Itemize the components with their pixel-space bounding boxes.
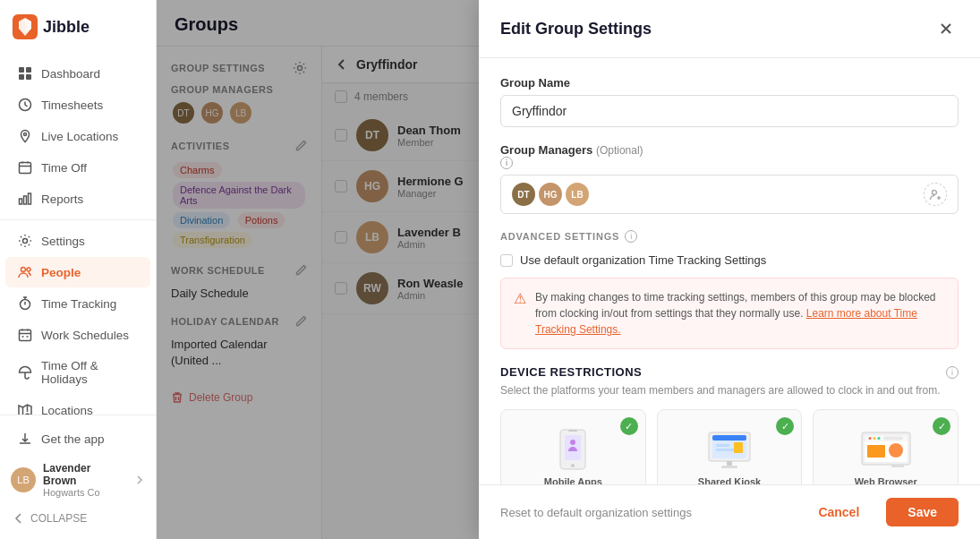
svg-rect-10 xyxy=(29,193,31,204)
managers-input-box[interactable]: DT HG LB xyxy=(500,175,959,214)
sidebar-item-label: Locations xyxy=(41,404,93,415)
svg-rect-3 xyxy=(19,74,24,80)
svg-rect-29 xyxy=(734,442,743,453)
users-icon xyxy=(18,265,32,279)
svg-rect-31 xyxy=(721,466,737,468)
sidebar-bottom: Get the app LB Lavender Brown Hogwarts C… xyxy=(0,415,156,539)
user-avatar: LB xyxy=(11,467,36,492)
svg-point-35 xyxy=(868,437,871,440)
svg-point-23 xyxy=(570,440,575,445)
device-restrictions-header: DEVICE RESTRICTIONS i xyxy=(500,365,959,379)
device-restrictions-section: DEVICE RESTRICTIONS i Select the platfor… xyxy=(500,365,959,484)
device-card-web[interactable]: ✓ xyxy=(813,409,959,484)
calendar-icon xyxy=(18,160,32,175)
app-logo[interactable]: Jibble xyxy=(0,0,156,54)
group-name-form-group: Group Name xyxy=(500,76,959,127)
sidebar-item-settings[interactable]: Settings xyxy=(5,226,150,256)
sidebar-user[interactable]: LB Lavender Brown Hogwarts Co xyxy=(0,455,156,505)
sidebar-item-locations[interactable]: Locations xyxy=(5,395,150,415)
sidebar-item-people[interactable]: People xyxy=(5,257,150,287)
svg-point-18 xyxy=(933,191,937,195)
svg-point-13 xyxy=(27,268,30,271)
sidebar-item-label: Dashboard xyxy=(41,67,100,81)
map-pin-icon xyxy=(18,129,32,143)
download-icon xyxy=(18,432,32,446)
umbrella-icon xyxy=(18,365,32,380)
kiosk-check: ✓ xyxy=(776,417,794,435)
sidebar-item-time-tracking[interactable]: Time Tracking xyxy=(5,288,150,319)
web-check: ✓ xyxy=(933,417,950,435)
sidebar-item-live-locations[interactable]: Live Locations xyxy=(5,121,150,151)
svg-rect-7 xyxy=(20,163,31,174)
svg-point-6 xyxy=(24,133,27,136)
modal-footer: Reset to default organization settings C… xyxy=(479,484,980,539)
device-restrictions-title: DEVICE RESTRICTIONS xyxy=(500,365,642,379)
device-card-kiosk[interactable]: ✓ xyxy=(657,409,803,484)
svg-rect-27 xyxy=(716,444,729,447)
user-info: Lavender Brown Hogwarts Co xyxy=(43,462,127,498)
svg-rect-15 xyxy=(20,330,31,341)
modal-close-button[interactable] xyxy=(933,16,959,41)
sidebar-item-timesheets[interactable]: Timesheets xyxy=(5,90,150,120)
get-app-label: Get the app xyxy=(41,432,105,446)
kiosk-icon-area xyxy=(705,421,754,476)
device-cards: ✓ Mobile Apps xyxy=(500,409,959,484)
group-name-input[interactable] xyxy=(500,95,959,127)
managers-info-icon[interactable]: i xyxy=(500,157,513,169)
app-name: Jibble xyxy=(43,18,89,37)
sidebar-item-dashboard[interactable]: Dashboard xyxy=(5,58,150,89)
svg-point-21 xyxy=(571,464,575,467)
calendar-alt-icon xyxy=(18,328,32,342)
settings-icon xyxy=(18,234,32,248)
learn-more-link[interactable]: Learn more about Time Tracking Settings. xyxy=(535,307,917,336)
sidebar-item-work-schedules[interactable]: Work Schedules xyxy=(5,320,150,350)
sidebar-item-reports[interactable]: Reports xyxy=(5,184,150,214)
kiosk-label: Shared Kiosk xyxy=(698,476,761,484)
modal-manager-avatar-3: LB xyxy=(566,183,589,206)
svg-point-36 xyxy=(873,437,875,440)
device-restrictions-info-icon[interactable]: i xyxy=(946,366,959,379)
svg-rect-2 xyxy=(26,67,31,73)
device-card-mobile[interactable]: ✓ Mobile Apps xyxy=(500,409,646,484)
svg-rect-42 xyxy=(891,465,904,467)
kiosk-device-icon xyxy=(705,431,754,470)
get-app-button[interactable]: Get the app xyxy=(5,424,150,454)
main-content: Groups GROUP SETTINGS Group Managers DT … xyxy=(157,0,980,539)
timer-icon xyxy=(18,296,32,311)
svg-rect-22 xyxy=(568,430,577,432)
default-tracking-checkbox[interactable] xyxy=(500,254,513,267)
modal-header: Edit Group Settings xyxy=(479,0,980,58)
cancel-button[interactable]: Cancel xyxy=(800,498,877,526)
sidebar-item-time-off[interactable]: Time Off xyxy=(5,152,150,183)
clock-icon xyxy=(18,98,32,112)
svg-rect-1 xyxy=(19,67,24,73)
device-restrictions-desc: Select the platforms your team members a… xyxy=(500,384,959,397)
sidebar-nav: Dashboard Timesheets Live Locations Time… xyxy=(0,54,156,415)
default-tracking-checkbox-row: Use default organization Time Tracking S… xyxy=(500,253,959,267)
svg-rect-9 xyxy=(24,196,27,204)
save-button[interactable]: Save xyxy=(886,498,959,526)
user-org: Hogwarts Co xyxy=(43,487,127,498)
mobile-device-icon xyxy=(556,428,590,473)
group-managers-form-group: Group Managers (Optional) i DT HG LB xyxy=(500,143,959,214)
manager-avatars-inline: DT HG LB xyxy=(512,183,589,206)
group-managers-form-label: Group Managers (Optional) i xyxy=(500,143,959,169)
svg-point-41 xyxy=(889,443,903,458)
sidebar-item-time-off-holidays[interactable]: Time Off & Holidays xyxy=(5,351,150,394)
advanced-settings-info-icon[interactable]: i xyxy=(625,230,637,243)
modal-manager-avatar-2: HG xyxy=(539,183,562,206)
sidebar: Jibble Dashboard Timesheets Live Locatio… xyxy=(0,0,157,539)
collapse-button[interactable]: COLLAPSE xyxy=(0,505,156,532)
sidebar-item-label: Timesheets xyxy=(41,98,103,112)
web-label: Web Browser xyxy=(855,476,917,484)
default-tracking-label: Use default organization Time Tracking S… xyxy=(520,253,766,267)
optional-label: (Optional) xyxy=(596,144,643,157)
mobile-label: Mobile Apps xyxy=(544,476,602,484)
collapse-label: COLLAPSE xyxy=(30,512,87,525)
add-manager-button[interactable] xyxy=(924,183,947,206)
svg-point-12 xyxy=(21,268,26,272)
grid-icon xyxy=(18,66,32,81)
advanced-settings-header: ADVANCED SETTINGS i xyxy=(500,230,959,243)
reset-link[interactable]: Reset to default organization settings xyxy=(500,506,692,519)
add-person-icon xyxy=(929,188,942,201)
